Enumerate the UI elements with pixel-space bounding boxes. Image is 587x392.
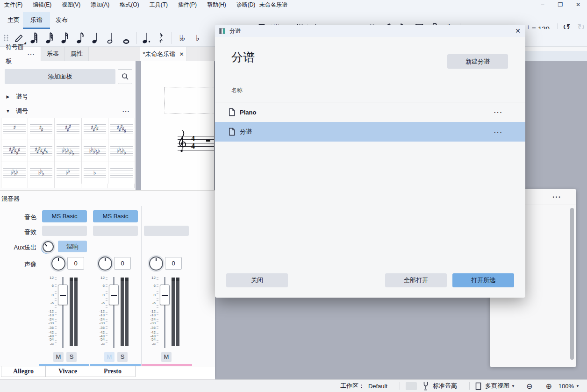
channel2-sound-button[interactable]: MS Basic: [93, 210, 138, 222]
palette-section-clefs[interactable]: ▶ 谱号: [0, 92, 136, 102]
zoom-out-icon[interactable]: ⊖: [526, 382, 532, 391]
key-signature-cell-10[interactable]: ♭♭♭♭: [1, 162, 28, 184]
channel3-effects-field[interactable]: [144, 226, 189, 236]
concert-pitch-label[interactable]: 标准音高: [433, 382, 457, 390]
part-row-selected[interactable]: 分谱 ···: [215, 122, 525, 142]
channel1-aux-knob[interactable]: [43, 241, 54, 252]
menu-item-0[interactable]: 文件(F): [0, 0, 29, 10]
time-signature[interactable]: 4 4: [190, 135, 196, 150]
view-mode-label[interactable]: 多页视图: [485, 382, 509, 390]
add-palettes-button[interactable]: 添加面板: [5, 69, 115, 84]
key-signature-cell-2[interactable]: ♯♯♯: [55, 118, 81, 140]
channel2-pan-input[interactable]: 0: [114, 257, 131, 270]
menu-item-2[interactable]: 视图(V): [57, 0, 86, 10]
close-dialog-button[interactable]: 关闭: [226, 273, 288, 287]
key-signature-cell-14[interactable]: [108, 162, 135, 184]
vertical-scrollbar[interactable]: [570, 208, 574, 360]
tempo-cell-vivace[interactable]: Vivace: [46, 366, 90, 377]
channel1-solo-button[interactable]: S: [66, 352, 77, 362]
whole-note-button[interactable]: [119, 30, 135, 46]
tempo-cell-presto[interactable]: Presto: [90, 366, 136, 377]
zoom-in-icon[interactable]: ⊕: [545, 382, 551, 391]
note-64th-button[interactable]: [27, 30, 42, 46]
key-signature-cell-5[interactable]: ♯♯♯♯♯♯: [1, 140, 28, 162]
search-palettes-button[interactable]: [118, 69, 132, 84]
key-signature-cell-4[interactable]: ♯♯♯♯♯: [108, 118, 135, 140]
tab-palettes[interactable]: 符号面板 ···: [0, 47, 41, 61]
menu-item-4[interactable]: 格式(O): [115, 0, 145, 10]
part-row-piano[interactable]: Piano ···: [215, 102, 525, 122]
maximize-button[interactable]: ❐: [551, 1, 569, 8]
menu-item-7[interactable]: 帮助(H): [203, 0, 232, 10]
view-mode-caret-icon[interactable]: ▼: [511, 384, 515, 388]
tab-publish[interactable]: 发布: [48, 12, 75, 29]
note-16th-button[interactable]: [57, 30, 73, 46]
dialog-close-icon[interactable]: ✕: [515, 27, 521, 35]
key-signature-cell-12[interactable]: ♭♭: [55, 162, 81, 184]
close-button[interactable]: ✕: [569, 1, 587, 8]
key-signature-cell-8[interactable]: ♭♭♭♭♭♭: [82, 140, 108, 162]
menu-item-3[interactable]: 添加(A): [86, 0, 115, 10]
key-signature-cell-9[interactable]: ♭♭♭♭♭: [108, 140, 135, 162]
key-signature-cell-7[interactable]: ♭♭♭♭♭♭♭: [55, 140, 81, 162]
title-frame[interactable]: [165, 87, 214, 114]
palettes-overflow-icon[interactable]: ···: [28, 47, 35, 61]
key-signature-cell-0[interactable]: ♯: [1, 118, 28, 140]
channel1-pan-knob[interactable]: [51, 257, 65, 271]
channel2-mute-button[interactable]: M: [104, 352, 115, 362]
key-signature-cell-13[interactable]: ♭: [82, 162, 108, 184]
zoom-value[interactable]: 100%: [558, 383, 574, 390]
menu-item-1[interactable]: 编辑(E): [29, 0, 57, 10]
open-all-button[interactable]: 全部打开: [385, 273, 447, 287]
channel1-mute-button[interactable]: M: [53, 352, 64, 362]
channel3-fader-handle[interactable]: [160, 285, 170, 305]
channel2-effects-field[interactable]: [93, 226, 138, 236]
tab-instruments[interactable]: 乐器: [41, 47, 65, 61]
score-document-tab[interactable]: *未命名乐谱 ✕: [140, 47, 187, 61]
treble-clef-icon[interactable]: [177, 129, 186, 153]
tuning-fork-icon[interactable]: [422, 381, 429, 391]
tempo-cell-allegro[interactable]: Allegro: [1, 366, 46, 377]
flat-button[interactable]: ♭: [189, 30, 205, 46]
status-square-button[interactable]: [406, 382, 417, 390]
key-signature-cell-11[interactable]: ♭♭♭: [28, 162, 55, 184]
tab-properties[interactable]: 属性: [65, 47, 89, 61]
rest-button[interactable]: [154, 30, 170, 46]
note-8th-button[interactable]: [73, 30, 88, 46]
zoom-caret-icon[interactable]: ▼: [576, 384, 580, 388]
page-view-icon[interactable]: [475, 382, 481, 390]
new-part-button[interactable]: 新建分谱: [447, 54, 508, 69]
open-selected-button[interactable]: 打开所选: [452, 273, 514, 287]
tab-close-icon[interactable]: ✕: [179, 51, 184, 57]
channel3-pan-input[interactable]: 0: [165, 257, 182, 270]
channel2-pan-knob[interactable]: [98, 257, 112, 271]
dialog-title-bar[interactable]: 分谱 ✕: [215, 25, 525, 37]
channel3-mute-button[interactable]: M: [161, 352, 172, 362]
key-signatures-overflow-icon[interactable]: ···: [122, 108, 130, 115]
channel1-pan-input[interactable]: 0: [67, 257, 84, 270]
menu-item-5[interactable]: 工具(T): [145, 0, 174, 10]
half-note-button[interactable]: [104, 30, 119, 46]
channel3-pan-knob[interactable]: [149, 257, 163, 271]
augmentation-dot-button[interactable]: [139, 30, 154, 46]
key-signature-cell-6[interactable]: ♯♯♯♯♯♯♯: [28, 140, 55, 162]
channel2-fader-handle[interactable]: [109, 285, 119, 305]
menu-item-8[interactable]: 诊断(D): [232, 0, 262, 10]
menu-item-6[interactable]: 插件(P): [174, 0, 203, 10]
panel-overflow-icon[interactable]: ···: [552, 193, 561, 201]
whole-rest[interactable]: [206, 140, 210, 142]
palette-section-key-signatures[interactable]: ▼ 调号 ···: [0, 106, 136, 116]
double-flat-button[interactable]: ♭♭: [174, 30, 189, 46]
minimize-button[interactable]: –: [534, 1, 551, 8]
part-menu-icon[interactable]: ···: [494, 128, 503, 135]
channel2-solo-button[interactable]: S: [117, 352, 128, 362]
key-signature-cell-1[interactable]: ♯♯: [28, 118, 55, 140]
channel1-reverb-button[interactable]: 混响: [58, 241, 87, 252]
workspace-value[interactable]: Default: [368, 383, 387, 390]
note-32nd-button[interactable]: [42, 30, 57, 46]
channel1-effects-field[interactable]: [42, 226, 87, 236]
channel1-fader-handle[interactable]: [58, 285, 68, 305]
part-menu-icon[interactable]: ···: [494, 109, 503, 116]
key-signature-cell-3[interactable]: ♯♯♯♯: [82, 118, 108, 140]
quarter-note-button[interactable]: [88, 30, 104, 46]
